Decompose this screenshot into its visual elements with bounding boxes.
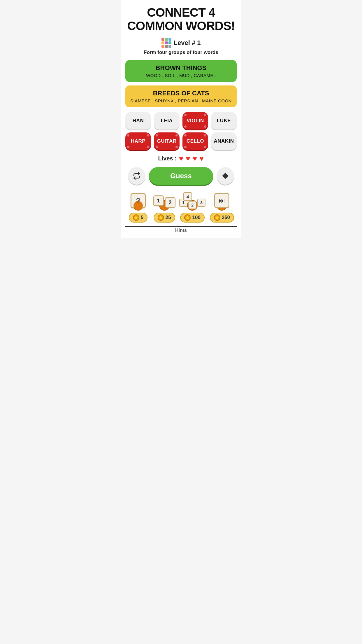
hint-swap-icon: 1 2 — [154, 190, 175, 211]
hint-swap[interactable]: 1 2 ⭐ 25 — [154, 190, 175, 223]
actions-row: Guess — [125, 167, 237, 185]
word-tile-label: LEIA — [161, 118, 173, 123]
word-tile-label: HARP — [131, 138, 145, 144]
word-tile-label: VIOLIN — [187, 118, 204, 123]
lives-label: Lives : — [158, 155, 176, 162]
word-tile-luke[interactable]: LUKE — [211, 112, 237, 130]
svg-marker-0 — [222, 173, 229, 179]
heart-2: ♥ — [186, 154, 190, 163]
shuffle-button[interactable] — [128, 167, 145, 185]
word-tile-cello[interactable]: CELLO — [182, 132, 208, 150]
subtitle: Form four groups of four words — [144, 50, 218, 55]
level-label: Level # 1 — [174, 39, 201, 47]
grid-icon — [161, 38, 171, 48]
hint-question-cost: ⭐ 5 — [129, 213, 147, 223]
word-tile-label: ANAKIN — [214, 138, 234, 144]
hint-reveal-cost: ⭐ 100 — [180, 213, 204, 223]
hints-row: ? ⭐ 5 1 2 — [125, 190, 237, 233]
hints-label: Hints — [175, 228, 187, 233]
word-tile-harp[interactable]: HARP — [125, 132, 151, 150]
category-words: SIAMESE , SPHYNX , PERSIAN , MAINE COON — [130, 98, 232, 103]
word-tile-label: CELLO — [187, 138, 204, 144]
word-tile-label: LUKE — [217, 118, 231, 123]
hint-question[interactable]: ? ⭐ 5 — [128, 190, 148, 223]
hints-divider — [125, 226, 237, 227]
category-title: BROWN THINGS — [130, 64, 232, 72]
hint-swap-cost: ⭐ 25 — [154, 213, 175, 223]
hint-skip-cost: ⭐ 250 — [210, 213, 234, 223]
category-words: WOOD , SOIL , MUD , CARAMEL — [130, 73, 232, 78]
hint-skip[interactable]: ⏭ ⭐ 250 — [210, 190, 234, 223]
category-title: BREEDS OF CATS — [130, 90, 232, 97]
word-tile-violin[interactable]: VIOLIN — [182, 112, 208, 130]
categories-container: BROWN THINGS WOOD , SOIL , MUD , CARAMEL… — [125, 60, 237, 111]
hint-reveal[interactable]: 4 1 2 3 ⭐ 100 — [180, 190, 204, 223]
guess-button[interactable]: Guess — [149, 167, 213, 185]
main-title: CONNECT 4 COMMON WORDS! — [127, 6, 235, 33]
category-brown-things: BROWN THINGS WOOD , SOIL , MUD , CARAMEL — [125, 60, 237, 82]
word-tile-guitar[interactable]: GUITAR — [154, 132, 180, 150]
word-tile-label: GUITAR — [157, 138, 177, 144]
word-grid: HANLEIA VIOLIN LUKE HARP GUITAR — [125, 112, 237, 150]
heart-4: ♥ — [199, 154, 204, 163]
heart-3: ♥ — [193, 154, 197, 163]
hint-reveal-icon: 4 1 2 3 — [182, 190, 203, 211]
word-tile-leia[interactable]: LEIA — [154, 112, 180, 130]
word-tile-anakin[interactable]: ANAKIN — [211, 132, 237, 150]
word-tile-han[interactable]: HAN — [125, 112, 151, 130]
category-breeds-of-cats: BREEDS OF CATS SIAMESE , SPHYNX , PERSIA… — [125, 85, 237, 107]
game-page: CONNECT 4 COMMON WORDS! Level # 1 Form f… — [121, 0, 241, 238]
hint-skip-icon: ⏭ — [212, 190, 232, 211]
heart-1: ♥ — [179, 154, 183, 163]
hints-items: ? ⭐ 5 1 2 — [125, 190, 237, 223]
hint-question-icon: ? — [128, 190, 148, 211]
word-tile-label: HAN — [133, 118, 144, 123]
erase-button[interactable] — [217, 167, 234, 185]
level-row: Level # 1 — [161, 38, 201, 48]
lives-row: Lives : ♥ ♥ ♥ ♥ — [158, 154, 204, 163]
